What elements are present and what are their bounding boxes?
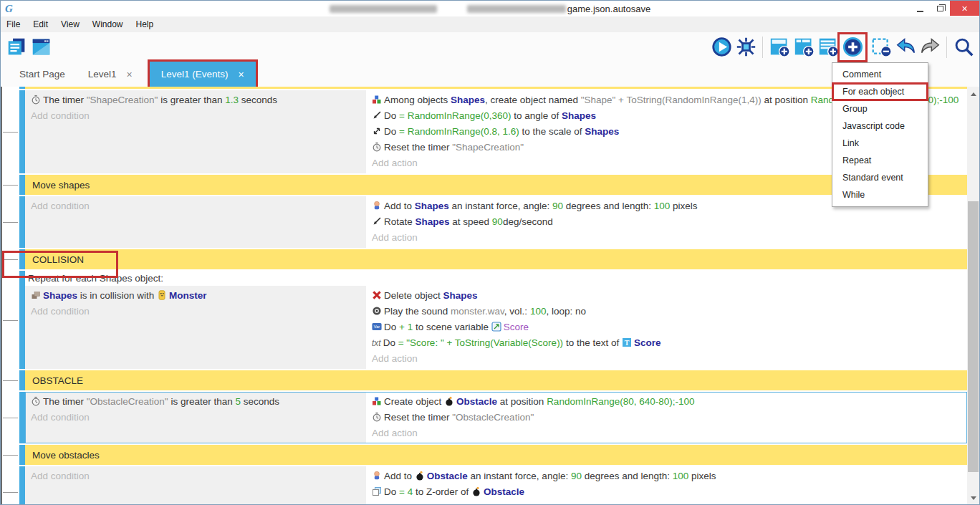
event-content: Repeat for each Shapes object:Shapes is … <box>25 271 967 369</box>
event-drag-bar[interactable] <box>19 445 25 465</box>
text-segment: Add action <box>372 502 418 505</box>
event-drag-bar[interactable] <box>19 87 25 89</box>
scroll-thumb[interactable] <box>968 201 979 472</box>
text-segment: an instant force, angle: <box>468 471 571 481</box>
action-line[interactable]: Rotate Shapes at speed 90deg/second <box>372 215 963 231</box>
project-manager-icon[interactable] <box>4 35 29 59</box>
add-condition-button[interactable]: Add condition <box>31 199 362 213</box>
obstacle-icon <box>415 471 425 485</box>
add-subevent-icon[interactable] <box>792 35 816 59</box>
add-comment-icon[interactable] <box>816 35 840 59</box>
event-drag-bar[interactable] <box>19 196 25 248</box>
event-row[interactable]: The timer "ShapeCreation" is greater tha… <box>19 90 967 173</box>
action-line[interactable]: txtDo = "Score: " + ToString(Variable(Sc… <box>372 336 963 352</box>
tab-start-page[interactable]: Start Page <box>8 62 77 87</box>
menu-item-javascript-code[interactable]: Javascript code <box>832 117 928 135</box>
action-line[interactable]: Do = 4 to Z-order of Obstacle <box>372 485 963 501</box>
event-row[interactable]: Add conditionAdd to Obstacle an instant … <box>19 466 967 505</box>
comment-row[interactable]: COLLISION <box>19 249 967 269</box>
event-row[interactable]: Add conditionAdd to Shapes an instant fo… <box>19 196 967 248</box>
vertical-scrollbar[interactable] <box>967 87 979 505</box>
text-segment: seconds <box>239 95 277 105</box>
angle-icon <box>372 216 382 231</box>
event-row[interactable]: Repeat for each Shapes object:Shapes is … <box>19 271 967 369</box>
foreach-header[interactable]: Repeat for each Shapes object: <box>25 271 967 286</box>
menu-file[interactable]: File <box>6 19 27 29</box>
gutter-tick <box>3 132 18 133</box>
condition-line[interactable]: The timer "ShapeCreation" is greater tha… <box>31 93 362 109</box>
action-line[interactable]: Reset the timer "ObstacleCreation" <box>372 410 963 426</box>
comment-row[interactable]: Move obstacles <box>19 445 967 465</box>
add-action-button[interactable]: Add action <box>372 501 963 505</box>
action-line[interactable]: Add to Obstacle an instant force, angle:… <box>372 469 963 485</box>
add-other-event-icon[interactable] <box>840 35 865 59</box>
add-action-button[interactable]: Add action <box>372 352 963 366</box>
text-segment: Shapes <box>451 95 485 105</box>
event-drag-bar[interactable] <box>19 249 25 269</box>
add-condition-button[interactable]: Add condition <box>31 410 362 425</box>
event-drag-bar[interactable] <box>19 466 25 505</box>
minimize-icon <box>917 11 923 12</box>
create-icon <box>372 396 382 410</box>
event-drag-bar[interactable] <box>19 90 25 173</box>
redo-icon[interactable] <box>918 35 942 59</box>
menu-help[interactable]: Help <box>136 19 160 29</box>
event-drag-bar[interactable] <box>19 370 25 390</box>
menu-view[interactable]: View <box>61 19 86 29</box>
add-condition-button[interactable]: Add condition <box>31 109 362 123</box>
menu-item-for-each-object[interactable]: For each object <box>832 83 928 100</box>
menu-item-group[interactable]: Group <box>832 100 928 117</box>
event-content: The timer "ObstacleCreation" is greater … <box>25 392 967 443</box>
play-icon[interactable] <box>709 35 734 59</box>
text-segment: 90 <box>552 201 563 211</box>
obstacle-icon <box>444 396 454 410</box>
undo-icon[interactable] <box>893 35 918 59</box>
tab-close-icon[interactable]: × <box>127 69 133 80</box>
add-action-button[interactable]: Add action <box>372 426 963 441</box>
add-condition-button[interactable]: Add condition <box>31 304 362 319</box>
remove-event-icon[interactable] <box>869 35 893 59</box>
menu-window[interactable]: Window <box>92 19 130 29</box>
menu-item-while[interactable]: While <box>832 186 928 203</box>
comment-row[interactable] <box>19 87 967 89</box>
scene-editor-icon[interactable] <box>29 35 53 59</box>
minimize-button[interactable] <box>910 1 930 16</box>
events-rows: The timer "ShapeCreation" is greater tha… <box>19 87 967 505</box>
menu-item-comment[interactable]: Comment <box>832 66 928 83</box>
action-line[interactable]: Play the sound monster.wav, vol.: 100, l… <box>372 304 963 320</box>
action-line[interactable]: Delete object Shapes <box>372 289 963 304</box>
action-line[interactable]: VarDo + 1 to scene variable Score <box>372 320 963 336</box>
debug-icon[interactable] <box>734 35 758 59</box>
menu-item-link[interactable]: Link <box>832 135 928 152</box>
condition-line[interactable]: Shapes is in collision with Monster <box>31 289 362 304</box>
conditions-column: Shapes is in collision with MonsterAdd c… <box>25 286 366 369</box>
menu-edit[interactable]: Edit <box>33 19 54 29</box>
event-drag-bar[interactable] <box>19 271 25 369</box>
tab-level1[interactable]: Level1× <box>77 62 144 87</box>
close-button[interactable]: × <box>950 1 979 16</box>
tab-level1-events[interactable]: Level1 (Events)× <box>150 62 256 87</box>
gutter-tick <box>3 259 18 260</box>
add-event-icon[interactable] <box>767 35 792 59</box>
condition-line[interactable]: The timer "ObstacleCreation" is greater … <box>31 395 362 410</box>
search-icon[interactable] <box>951 35 976 59</box>
scroll-up-button[interactable] <box>967 88 979 100</box>
menu-item-standard-event[interactable]: Standard event <box>832 169 928 186</box>
event-drag-bar[interactable] <box>19 175 25 195</box>
text-segment: 90 <box>571 471 582 481</box>
event-drag-bar[interactable] <box>19 392 25 443</box>
restore-button[interactable] <box>930 1 950 16</box>
action-line[interactable]: Create object Obstacle at position Rando… <box>372 395 963 410</box>
text-segment: is greater than <box>158 95 225 105</box>
text-segment: Shapes <box>415 216 450 227</box>
menu-item-repeat[interactable]: Repeat <box>832 152 928 169</box>
comment-row[interactable]: Move shapes <box>19 175 967 195</box>
comment-row[interactable]: OBSTACLE <box>19 370 967 390</box>
tab-close-icon[interactable]: × <box>239 69 244 80</box>
text-segment: RandomInRange(80, 640-80);-100 <box>547 396 694 407</box>
add-condition-button[interactable]: Add condition <box>31 469 362 484</box>
scroll-down-button[interactable] <box>967 492 979 504</box>
event-row[interactable]: The timer "ObstacleCreation" is greater … <box>19 392 967 443</box>
add-action-button[interactable]: Add action <box>372 231 963 245</box>
gutter-tick <box>3 455 18 456</box>
